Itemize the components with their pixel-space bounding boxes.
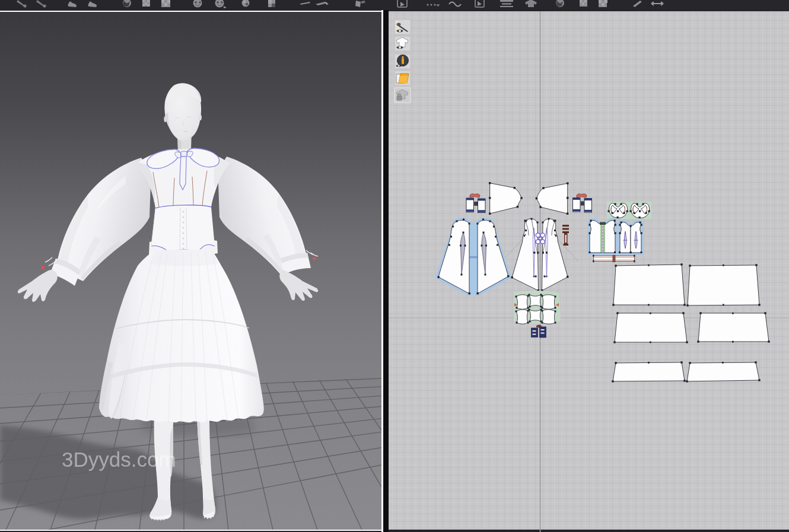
svg-text:3Dyyds.com: 3Dyyds.com: [62, 448, 176, 471]
